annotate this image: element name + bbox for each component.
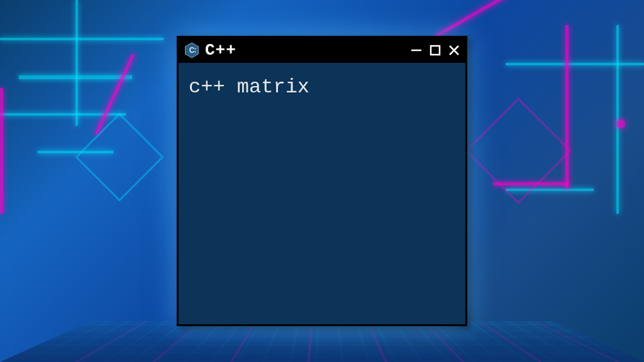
titlebar[interactable]: C + + C++ — [179, 38, 465, 63]
terminal-line: c++ matrix — [189, 74, 455, 101]
maximize-icon — [429, 44, 441, 57]
cpp-logo-icon: C + + — [184, 42, 200, 58]
minimize-button[interactable] — [410, 44, 423, 57]
maximize-button[interactable] — [429, 44, 441, 57]
window-controls — [410, 44, 460, 57]
terminal-window: C + + C++ c++ matrix — [177, 36, 467, 326]
svg-rect-5 — [431, 46, 440, 55]
window-title: C++ — [205, 41, 405, 60]
svg-text:+: + — [194, 50, 196, 53]
svg-text:C: C — [189, 46, 195, 55]
close-icon — [448, 44, 460, 57]
minimize-icon — [410, 44, 423, 57]
close-button[interactable] — [448, 44, 460, 57]
terminal-content[interactable]: c++ matrix — [179, 63, 465, 324]
